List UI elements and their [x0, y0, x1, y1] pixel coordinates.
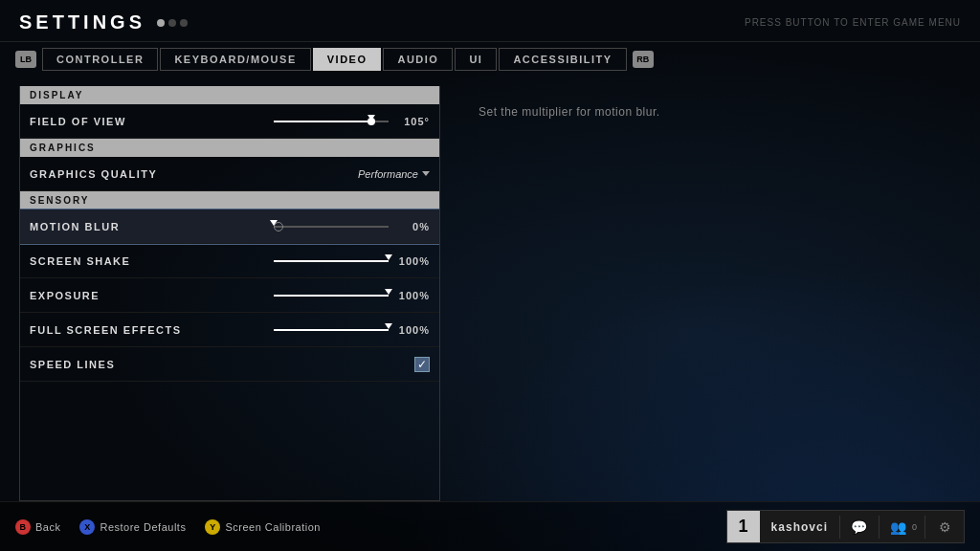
control-exposure[interactable]: 100%: [274, 290, 430, 301]
setting-screen-shake[interactable]: SCREEN SHAKE 100%: [20, 244, 439, 278]
back-btn-icon: B: [15, 519, 31, 535]
footer-social-icons: 👥 0: [879, 516, 924, 539]
control-screen-shake[interactable]: 100%: [274, 255, 430, 267]
setting-exposure[interactable]: EXPOSURE 100%: [20, 278, 439, 313]
right-bumper[interactable]: RB: [633, 51, 654, 68]
header-right-text: PRESS BUTTON TO ENTER GAME MENU: [745, 17, 961, 28]
slider-screen-shake[interactable]: [274, 260, 389, 262]
dot-1: [157, 19, 165, 27]
slider-ss-triangle: [385, 254, 392, 260]
slider-fse-fill: [274, 329, 389, 331]
tab-keyboard-mouse[interactable]: KEYBOARD/MOUSE: [160, 48, 310, 71]
section-sensory: SENSORY: [20, 191, 439, 209]
slider-motion-blur[interactable]: [274, 226, 389, 228]
label-motion-blur: MOTION BLUR: [30, 221, 274, 232]
tab-accessibility[interactable]: ACCESSIBILITY: [499, 48, 626, 71]
calibration-btn-icon: Y: [205, 519, 220, 535]
control-full-screen-effects[interactable]: 100%: [274, 324, 430, 336]
setting-motion-blur[interactable]: MOTION BLUR 0%: [20, 209, 439, 244]
checkbox-speed-lines[interactable]: ✓: [414, 357, 430, 372]
slider-exposure[interactable]: [274, 295, 389, 297]
restore-btn-icon: X: [79, 519, 95, 535]
label-full-screen-effects: FULL SCREEN EFFECTS: [30, 324, 274, 336]
slider-fov-fill: [274, 121, 371, 122]
footer: B Back X Restore Defaults Y Screen Calib…: [0, 501, 980, 551]
back-btn-label: Back: [35, 521, 60, 533]
header: SETTINGS PRESS BUTTON TO ENTER GAME MENU: [0, 0, 980, 42]
friends-count: 0: [912, 522, 917, 532]
setting-full-screen-effects[interactable]: FULL SCREEN EFFECTS 100%: [20, 313, 439, 347]
dropdown-graphics-quality[interactable]: Performance: [358, 168, 430, 180]
slider-fse[interactable]: [274, 329, 389, 331]
chat-icon: 💬: [848, 516, 871, 539]
setting-graphics-quality[interactable]: GRAPHICS QUALITY Performance: [20, 157, 439, 191]
slider-ss-fill: [274, 260, 389, 262]
back-button[interactable]: B Back: [15, 519, 60, 535]
footer-settings-icons: ⚙: [924, 516, 964, 539]
label-screen-shake: SCREEN SHAKE: [30, 255, 274, 267]
friends-icon: 👥: [887, 516, 910, 539]
footer-left: B Back X Restore Defaults Y Screen Calib…: [15, 519, 321, 535]
header-dots: [157, 19, 188, 27]
value-exposure: 100%: [396, 290, 430, 301]
slider-fse-triangle: [385, 323, 392, 329]
slider-mb-triangle: [270, 220, 278, 226]
setting-speed-lines[interactable]: SPEED LINES ✓: [20, 347, 439, 382]
tab-ui[interactable]: UI: [455, 48, 497, 71]
label-field-of-view: FIELD OF VIEW: [30, 116, 274, 127]
setting-field-of-view[interactable]: FIELD OF VIEW 105°: [20, 104, 439, 139]
left-bumper[interactable]: LB: [15, 51, 36, 68]
control-field-of-view[interactable]: 105°: [274, 116, 430, 127]
content-area: DISPLAY FIELD OF VIEW 105° GRAPHICS GRAP…: [0, 77, 980, 501]
label-exposure: EXPOSURE: [30, 290, 274, 301]
footer-chat-icons: 💬: [839, 516, 879, 539]
page-title: SETTINGS: [19, 11, 145, 33]
player-name: kashovci: [760, 520, 839, 534]
value-fov: 105°: [396, 116, 430, 127]
settings-panel[interactable]: DISPLAY FIELD OF VIEW 105° GRAPHICS GRAP…: [19, 86, 440, 501]
dropdown-arrow: [422, 171, 430, 176]
tabs-row: LB CONTROLLER KEYBOARD/MOUSE VIDEO AUDIO…: [0, 42, 980, 77]
slider-fov[interactable]: [274, 121, 389, 122]
tab-video[interactable]: VIDEO: [313, 48, 382, 71]
slider-exp-fill: [274, 295, 389, 297]
section-graphics: GRAPHICS: [20, 139, 439, 157]
description-panel: Set the multiplier for motion blur.: [459, 86, 961, 501]
description-text: Set the multiplier for motion blur.: [479, 96, 660, 119]
control-speed-lines[interactable]: ✓: [414, 357, 430, 372]
player-info: 1 kashovci 💬 👥 0 ⚙: [726, 510, 965, 543]
checkbox-checkmark: ✓: [417, 359, 427, 370]
tab-controller[interactable]: CONTROLLER: [42, 48, 158, 71]
calibration-btn-label: Screen Calibration: [225, 521, 321, 533]
value-fse: 100%: [396, 324, 430, 336]
player-number: 1: [727, 511, 760, 542]
control-graphics-quality[interactable]: Performance: [358, 168, 430, 180]
dropdown-value: Performance: [358, 168, 418, 180]
restore-btn-label: Restore Defaults: [100, 521, 186, 533]
dot-2: [168, 19, 176, 27]
tab-audio[interactable]: AUDIO: [383, 48, 453, 71]
screen-calibration-button[interactable]: Y Screen Calibration: [205, 519, 321, 535]
section-display: DISPLAY: [20, 86, 439, 104]
gear-icon: ⚙: [933, 516, 956, 539]
slider-exp-triangle: [385, 289, 392, 295]
control-motion-blur[interactable]: 0%: [274, 221, 430, 232]
main-container: SETTINGS PRESS BUTTON TO ENTER GAME MENU…: [0, 0, 980, 551]
value-screen-shake: 100%: [396, 255, 430, 267]
label-speed-lines: SPEED LINES: [30, 359, 414, 370]
restore-defaults-button[interactable]: X Restore Defaults: [79, 519, 186, 535]
value-motion-blur: 0%: [396, 221, 430, 232]
slider-fov-triangle: [368, 115, 375, 121]
dot-3: [180, 19, 188, 27]
label-graphics-quality: GRAPHICS QUALITY: [30, 168, 358, 180]
